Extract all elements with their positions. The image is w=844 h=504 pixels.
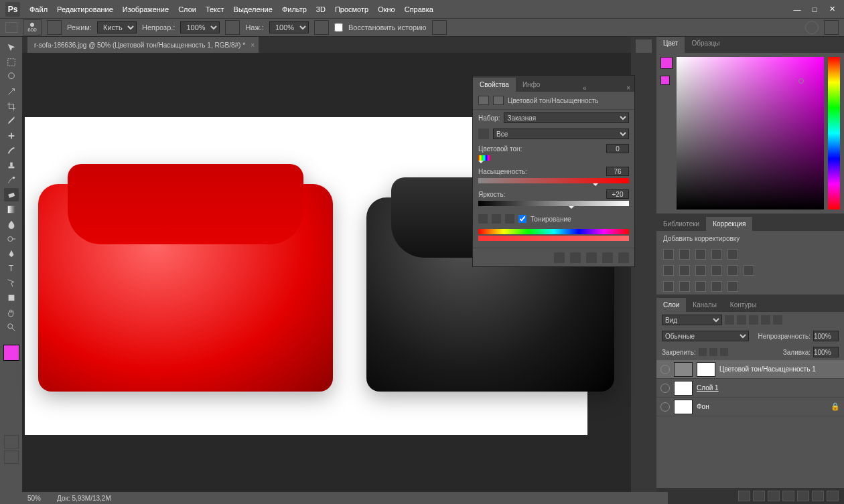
gradient-map-icon[interactable] (711, 281, 722, 292)
pen-tool[interactable] (4, 247, 19, 260)
lock-position-icon[interactable] (709, 348, 717, 356)
panel-icon[interactable] (636, 39, 652, 53)
trash-icon[interactable] (618, 252, 629, 263)
brush-panel-icon[interactable] (47, 20, 62, 35)
filter-type-icon[interactable] (749, 315, 758, 325)
brightness-icon[interactable] (663, 249, 674, 260)
bw-icon[interactable] (695, 265, 706, 276)
type-tool[interactable]: T (4, 262, 19, 275)
path-tool[interactable] (4, 276, 19, 290)
hue-slider[interactable] (828, 57, 840, 209)
lightness-input[interactable] (606, 189, 629, 199)
menu-item[interactable]: Слои (178, 5, 196, 13)
tab-paths[interactable]: Контуры (723, 298, 763, 312)
invert-icon[interactable] (663, 281, 674, 292)
flow-select[interactable]: 100% (269, 21, 309, 33)
zoom-tool[interactable] (4, 321, 19, 334)
clip-icon[interactable] (554, 252, 565, 263)
new-group-icon[interactable] (797, 491, 809, 501)
workspace-icon[interactable] (824, 20, 839, 35)
layer-name[interactable]: Фон (697, 403, 709, 410)
panel-collapse-icon[interactable]: « (579, 84, 591, 92)
close-icon[interactable]: ✕ (825, 4, 839, 15)
menu-item[interactable]: 3D (316, 5, 326, 13)
exposure-icon[interactable] (711, 249, 722, 260)
photo-filter-icon[interactable] (711, 265, 722, 276)
levels-icon[interactable] (679, 249, 690, 260)
foreground-color-swatch[interactable] (3, 345, 19, 361)
tab-channels[interactable]: Каналы (686, 298, 723, 312)
brush-size-picker[interactable]: 600 (23, 19, 42, 35)
dodge-tool[interactable] (4, 232, 19, 246)
panel-close-icon[interactable]: × (622, 84, 634, 92)
channel-mixer-icon[interactable] (727, 265, 738, 276)
stamp-tool[interactable] (4, 159, 19, 172)
menu-item[interactable]: Выделение (234, 5, 273, 13)
blur-tool[interactable] (4, 218, 19, 231)
mask-icon[interactable] (768, 491, 780, 501)
filter-pixel-icon[interactable] (725, 315, 734, 325)
foreground-swatch[interactable] (660, 57, 673, 69)
hue-slider[interactable] (478, 155, 490, 161)
threshold-icon[interactable] (695, 281, 706, 292)
curves-icon[interactable] (695, 249, 706, 260)
menu-item[interactable]: Окно (378, 5, 395, 13)
blend-mode-select[interactable]: Кисть (97, 21, 137, 33)
balance-icon[interactable] (679, 265, 690, 276)
menu-item[interactable]: Редактирование (57, 5, 113, 13)
posterize-icon[interactable] (679, 281, 690, 292)
tab-adjustments[interactable]: Коррекция (706, 217, 752, 231)
tab-layers[interactable]: Слои (656, 298, 686, 312)
menu-item[interactable]: Текст (206, 5, 224, 13)
hue-icon[interactable] (663, 265, 674, 276)
heal-tool[interactable] (4, 129, 19, 143)
tab-swatches[interactable]: Образцы (685, 37, 726, 53)
minimize-icon[interactable]: — (790, 4, 804, 15)
wand-tool[interactable] (4, 85, 19, 98)
screenmode-icon[interactable] (4, 450, 19, 464)
layer-name[interactable]: Цветовой тон/Насыщенность 1 (719, 365, 816, 373)
color-field[interactable] (677, 57, 824, 209)
filter-shape-icon[interactable] (761, 315, 770, 325)
layer-thumbnail[interactable] (674, 400, 693, 414)
tab-color[interactable]: Цвет (656, 37, 685, 53)
zoom-value[interactable]: 50% (27, 495, 41, 502)
eyedropper-plus-icon[interactable] (492, 214, 501, 224)
quickmask-icon[interactable] (4, 435, 19, 448)
selective-icon[interactable] (727, 281, 738, 292)
new-layer-icon[interactable] (812, 491, 824, 501)
range-select[interactable]: Все (493, 129, 629, 139)
saturation-slider[interactable] (478, 178, 629, 183)
fill-input[interactable] (813, 347, 839, 357)
layer-name[interactable]: Слой 1 (697, 384, 719, 392)
shape-tool[interactable] (4, 291, 19, 305)
lookup-icon[interactable] (744, 265, 754, 276)
tab-libraries[interactable]: Библиотеки (656, 217, 706, 231)
visibility-icon[interactable] (602, 252, 613, 263)
move-tool[interactable] (4, 41, 19, 54)
close-tab-icon[interactable]: × (251, 41, 255, 49)
reset-icon[interactable] (586, 252, 597, 263)
tool-preset-icon[interactable] (5, 22, 17, 33)
opacity-input[interactable] (813, 331, 839, 341)
menu-item[interactable]: Файл (29, 5, 48, 13)
pressure-size-icon[interactable] (432, 20, 447, 35)
lasso-tool[interactable] (4, 70, 19, 84)
menu-item[interactable]: Просмотр (335, 5, 368, 13)
crop-tool[interactable] (4, 100, 19, 113)
vibrance-icon[interactable] (727, 249, 738, 260)
tab-properties[interactable]: Свойства (473, 78, 516, 92)
airbrush-icon[interactable] (314, 20, 329, 35)
layer-kind-select[interactable]: Вид (662, 315, 722, 325)
brush-tool[interactable] (4, 144, 19, 157)
tab-info[interactable]: Инфо (516, 78, 547, 92)
new-adjustment-icon[interactable] (782, 491, 794, 501)
gradient-tool[interactable] (4, 203, 19, 216)
hue-input[interactable] (606, 144, 629, 153)
eyedropper-minus-icon[interactable] (505, 214, 514, 224)
visibility-icon[interactable] (660, 402, 670, 412)
visibility-icon[interactable] (660, 384, 670, 393)
eyedropper-icon[interactable] (478, 214, 488, 224)
menu-item[interactable]: Фильтр (282, 5, 307, 13)
previous-icon[interactable] (570, 252, 581, 263)
